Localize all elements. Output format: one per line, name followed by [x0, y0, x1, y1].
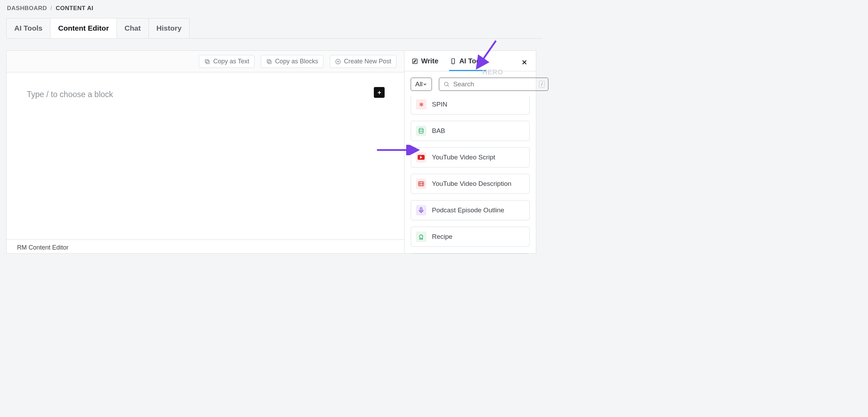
tool-recipe[interactable]: Recipe — [411, 227, 530, 247]
svg-point-16 — [419, 128, 423, 130]
create-new-post-label: Create New Post — [344, 58, 391, 65]
svg-rect-21 — [420, 208, 422, 211]
tool-label: Podcast Episode Outline — [432, 206, 504, 214]
sidebar-tab-write-label: Write — [421, 57, 439, 65]
device-icon — [450, 58, 457, 65]
sidebar-tab-ai-tools[interactable]: AI Tools — [449, 55, 487, 71]
ai-tool-list: ✱ SPIN BAB YouTube Video Script — [404, 94, 536, 253]
spin-icon: ✱ — [416, 99, 426, 110]
plus-circle-icon — [335, 58, 341, 65]
editor-toolbar: Copy as Text Copy as Blocks Create New P… — [7, 51, 404, 72]
add-block-button[interactable] — [374, 87, 385, 98]
chevron-down-icon — [423, 82, 427, 87]
search-input-wrapper[interactable]: / — [439, 78, 548, 91]
close-icon — [521, 59, 528, 65]
chef-hat-icon — [416, 231, 426, 242]
tab-history[interactable]: History — [148, 18, 190, 38]
svg-rect-2 — [268, 61, 271, 64]
search-input[interactable] — [452, 80, 536, 88]
breadcrumb-root[interactable]: DASHBOARD — [7, 5, 47, 12]
copy-as-blocks-button[interactable]: Copy as Blocks — [261, 55, 323, 68]
sidebar-tabs: Write AI Tools — [404, 51, 536, 71]
tool-spin[interactable]: ✱ SPIN — [411, 96, 530, 115]
sidebar-tab-write[interactable]: Write — [411, 55, 439, 71]
tab-chat[interactable]: Chat — [116, 18, 149, 38]
editor-panel: Copy as Text Copy as Blocks Create New P… — [6, 50, 536, 254]
film-icon — [416, 179, 426, 189]
tool-youtube-video-description[interactable]: YouTube Video Description — [411, 174, 530, 194]
filter-select-value: All — [415, 80, 423, 88]
editor-footer: RM Content Editor — [7, 239, 404, 253]
microphone-icon — [416, 205, 426, 215]
tool-label: YouTube Video Script — [432, 154, 495, 161]
close-sidebar-button[interactable] — [519, 58, 530, 68]
svg-line-15 — [448, 85, 449, 87]
breadcrumb-separator: / — [50, 5, 52, 12]
tab-content-editor[interactable]: Content Editor — [50, 18, 117, 38]
edit-icon — [411, 58, 418, 65]
youtube-icon — [416, 152, 426, 163]
plus-icon — [377, 90, 382, 95]
create-new-post-button[interactable]: Create New Post — [330, 55, 396, 68]
tool-bab[interactable]: BAB — [411, 121, 530, 141]
svg-rect-3 — [267, 60, 270, 63]
breadcrumb: DASHBOARD / CONTENT AI — [0, 0, 542, 15]
tool-label: SPIN — [432, 101, 447, 108]
breadcrumb-current: CONTENT AI — [56, 5, 93, 12]
copy-icon — [204, 58, 210, 65]
copy-icon — [266, 58, 272, 65]
filter-select[interactable]: All — [411, 78, 432, 91]
svg-rect-0 — [206, 61, 209, 64]
tool-label: Recipe — [432, 233, 452, 241]
svg-point-14 — [444, 82, 448, 86]
copy-as-text-button[interactable]: Copy as Text — [199, 55, 255, 68]
sidebar-tab-ai-tools-label: AI Tools — [459, 57, 486, 65]
copy-as-text-label: Copy as Text — [213, 58, 249, 65]
copy-as-blocks-label: Copy as Blocks — [275, 58, 318, 65]
sidebar-panel: HERO Write AI Tools All — [404, 51, 536, 253]
block-editor[interactable]: Type / to choose a block — [7, 72, 404, 239]
svg-rect-9 — [412, 59, 417, 63]
database-icon — [416, 126, 426, 136]
tool-podcast-episode-outline[interactable]: Podcast Episode Outline — [411, 200, 530, 220]
svg-rect-1 — [205, 60, 208, 63]
tool-youtube-video-script[interactable]: YouTube Video Script — [411, 147, 530, 167]
search-icon — [443, 81, 450, 87]
editor-area: Copy as Text Copy as Blocks Create New P… — [7, 51, 404, 253]
main-tabstrip: AI Tools Content Editor Chat History — [6, 18, 542, 39]
editor-placeholder: Type / to choose a block — [27, 90, 113, 99]
search-shortcut-hint: / — [539, 81, 545, 88]
tab-ai-tools[interactable]: AI Tools — [6, 18, 50, 38]
tool-more[interactable] — [411, 253, 530, 253]
sidebar-controls: All / — [404, 71, 536, 94]
tool-label: YouTube Video Description — [432, 180, 512, 188]
tool-label: BAB — [432, 127, 445, 135]
